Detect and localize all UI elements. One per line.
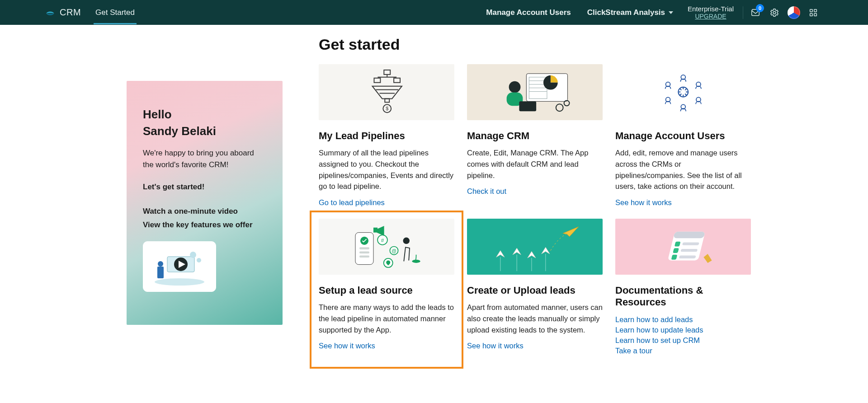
svg-rect-16 <box>374 78 380 83</box>
svg-point-5 <box>155 278 204 286</box>
card-setup-lead-source-thumb: # @ <box>319 219 454 275</box>
card-docs-resources: Documentations & Resources Learn how to … <box>615 219 751 357</box>
svg-rect-17 <box>394 78 400 83</box>
card-manage-users-thumb <box>615 64 751 120</box>
settings-button[interactable] <box>767 5 782 20</box>
svg-rect-43 <box>359 248 369 250</box>
card-create-upload-leads-thumb <box>467 219 603 275</box>
gear-icon <box>769 8 779 18</box>
svg-rect-69 <box>680 249 698 252</box>
learn-update-leads-link[interactable]: Learn how to update leads <box>615 326 751 334</box>
card-setup-lead-source-title: Setup a lead source <box>319 285 454 296</box>
funnel-icon: $ <box>346 67 427 117</box>
card-lead-pipelines-title: My Lead Pipelines <box>319 130 454 142</box>
page-title: Get started <box>319 36 818 53</box>
apps-grid-icon <box>808 8 818 18</box>
topbar: CRM Get Started Manage Account Users Cli… <box>0 0 868 25</box>
welcome-username: Sandy Belaki <box>143 124 266 138</box>
svg-rect-45 <box>359 256 369 258</box>
svg-text:@: @ <box>392 248 396 254</box>
apps-button[interactable] <box>806 5 821 20</box>
trial-plan-label: Enterprise-Trial <box>688 5 734 13</box>
learn-setup-crm-link[interactable]: Learn how to set up CRM <box>615 336 751 345</box>
svg-marker-56 <box>528 252 536 258</box>
nav-clickstream-analysis[interactable]: ClickStream Analysis <box>587 8 673 17</box>
card-create-upload-leads-title: Create or Upload leads <box>467 285 603 296</box>
card-lead-pipelines-desc: Summary of all the lead pipelines assign… <box>319 147 454 192</box>
welcome-card: Hello Sandy Belaki We're happy to bring … <box>127 81 283 325</box>
svg-point-53 <box>412 260 420 263</box>
view-features-link[interactable]: View the key features we offer <box>143 220 266 230</box>
card-docs-resources-thumb <box>615 219 751 275</box>
card-manage-users-title: Manage Account Users <box>615 130 751 142</box>
user-avatar[interactable] <box>788 6 800 19</box>
users-network-icon <box>643 67 724 117</box>
intro-video-thumbnail[interactable] <box>143 241 216 292</box>
trial-status: Enterprise-Trial UPGRADE <box>688 5 734 20</box>
svg-point-52 <box>403 238 410 244</box>
paper-planes-icon <box>481 222 588 271</box>
svg-rect-3 <box>810 13 813 16</box>
welcome-intro: We're happy to bring you aboard the worl… <box>143 147 260 171</box>
page-body: Hello Sandy Belaki We're happy to bring … <box>0 25 868 370</box>
svg-point-10 <box>158 261 163 267</box>
see-how-create-leads-link[interactable]: See how it works <box>467 342 603 350</box>
cards-grid: $ My Lead Pipelines Summary of all the l… <box>319 64 818 357</box>
svg-rect-4 <box>814 13 817 16</box>
welcome-lets-get-started: Let's get started! <box>143 183 266 192</box>
see-how-lead-source-link[interactable]: See how it works <box>319 342 454 350</box>
brand-logo-icon <box>45 9 55 16</box>
tab-get-started[interactable]: Get Started <box>94 1 137 24</box>
svg-marker-55 <box>513 248 521 255</box>
marketing-channels-icon: # @ <box>337 222 436 271</box>
svg-rect-70 <box>679 256 696 258</box>
take-a-tour-link[interactable]: Take a tour <box>615 347 751 355</box>
svg-text:$: $ <box>386 106 388 112</box>
svg-rect-13 <box>384 70 390 75</box>
nav-manage-account-users[interactable]: Manage Account Users <box>486 8 571 17</box>
card-manage-crm-thumb <box>467 64 603 120</box>
svg-marker-62 <box>563 227 579 237</box>
watch-video-link[interactable]: Watch a one-minute video <box>143 207 266 216</box>
upgrade-link[interactable]: UPGRADE <box>688 13 734 20</box>
brand-name: CRM <box>60 7 81 18</box>
card-manage-users-desc: Add, edit, remove and manage users acros… <box>615 147 751 192</box>
notifications-button[interactable]: 0 <box>748 5 763 20</box>
separator <box>743 6 743 19</box>
svg-rect-20 <box>385 99 389 103</box>
notification-badge: 0 <box>756 4 764 12</box>
svg-point-32 <box>556 104 563 112</box>
svg-marker-57 <box>542 248 550 254</box>
svg-rect-31 <box>519 102 536 112</box>
svg-rect-64 <box>673 232 705 239</box>
learn-add-leads-link[interactable]: Learn how to add leads <box>615 315 751 324</box>
svg-point-0 <box>773 11 776 14</box>
svg-rect-2 <box>814 9 817 12</box>
card-manage-crm-title: Manage CRM <box>467 130 603 142</box>
svg-rect-1 <box>810 9 813 12</box>
go-to-lead-pipelines-link[interactable]: Go to lead pipelines <box>319 198 454 207</box>
card-manage-crm: Manage CRM Create, Edit, Manage CRM. The… <box>467 64 603 207</box>
svg-text:#: # <box>381 237 384 244</box>
card-lead-pipelines: $ My Lead Pipelines Summary of all the l… <box>319 64 454 207</box>
svg-marker-54 <box>496 251 505 258</box>
play-illustration-icon <box>146 246 213 287</box>
card-create-upload-leads: Create or Upload leads Apart from automa… <box>467 219 603 357</box>
docs-links-list: Learn how to add leads Learn how to upda… <box>615 314 751 357</box>
svg-rect-50 <box>373 228 377 233</box>
see-how-users-link[interactable]: See how it works <box>615 198 751 207</box>
card-create-upload-leads-desc: Apart from automated manner, users can a… <box>467 302 603 335</box>
card-manage-users: Manage Account Users Add, edit, remove a… <box>615 64 751 207</box>
svg-point-12 <box>197 258 201 262</box>
card-docs-resources-title: Documentations & Resources <box>615 285 751 308</box>
card-lead-pipelines-thumb: $ <box>319 64 454 120</box>
welcome-hello: Hello <box>143 107 266 122</box>
svg-rect-9 <box>157 267 164 278</box>
svg-point-11 <box>190 252 196 258</box>
dashboard-illustration-icon <box>488 67 582 117</box>
card-setup-lead-source: # @ Setup a lead source There are many w… <box>311 212 462 367</box>
main-content: Get started $ My Lead Pipelines S <box>319 35 818 357</box>
check-it-out-link[interactable]: Check it out <box>467 187 603 196</box>
svg-marker-71 <box>703 254 712 263</box>
checklist-icon <box>642 222 724 271</box>
